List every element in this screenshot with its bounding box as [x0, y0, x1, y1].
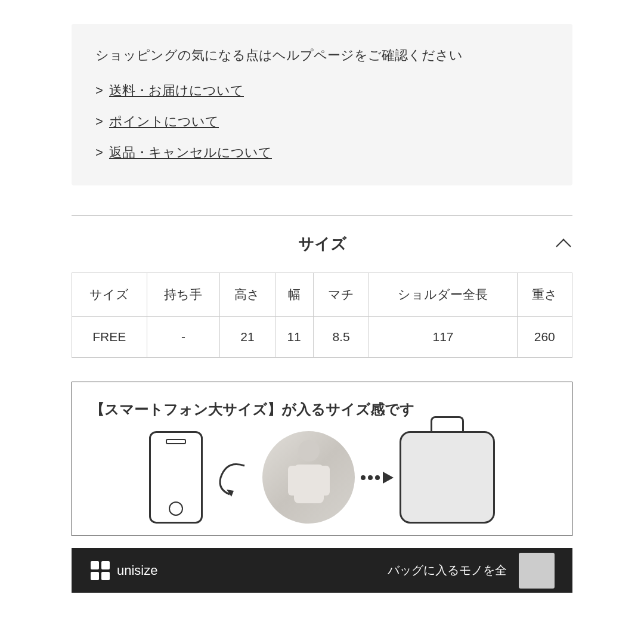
unisize-label: unisize [117, 563, 157, 578]
dot-1 [361, 475, 366, 480]
unisize-bar[interactable]: unisize バッグに入るモノを全 [72, 548, 572, 593]
phone-icon [149, 431, 203, 524]
infographic-content [90, 431, 554, 535]
col-size: サイズ [72, 273, 147, 317]
col-handle: 持ち手 [147, 273, 220, 317]
bag-icon-wrap [400, 431, 495, 524]
collapse-button[interactable] [555, 236, 572, 253]
help-links: > 送料・お届けについて > ポイントについて > 返品・キャンセルについて [95, 82, 549, 162]
table-header-row: サイズ 持ち手 高さ 幅 マチ ショルダー全長 重さ [72, 273, 572, 317]
svg-rect-8 [101, 572, 110, 580]
col-height: 高さ [220, 273, 275, 317]
svg-rect-4 [319, 466, 330, 496]
arrow-right-icon [383, 472, 394, 484]
svg-point-1 [298, 440, 320, 462]
help-link-shipping[interactable]: > 送料・お届けについて [95, 82, 549, 100]
col-weight: 重さ [517, 273, 572, 317]
dotted-arrow [361, 472, 394, 484]
svg-rect-5 [91, 561, 99, 569]
unisize-right: バッグに入るモノを全 [388, 553, 555, 589]
size-infographic: 【スマートフォン大サイズ】が入るサイズ感です [72, 382, 572, 536]
cell-weight: 260 [517, 317, 572, 358]
col-gusset: マチ [313, 273, 369, 317]
dot-2 [368, 475, 373, 480]
dots-line [361, 475, 380, 480]
link-prefix-2: > [95, 114, 103, 129]
col-shoulder: ショルダー全長 [369, 273, 517, 317]
table-row: FREE - 21 11 8.5 117 260 [72, 317, 572, 358]
size-header: サイズ [72, 216, 572, 273]
svg-rect-6 [101, 561, 110, 569]
unisize-icon [89, 560, 111, 581]
cell-gusset: 8.5 [313, 317, 369, 358]
returns-link[interactable]: 返品・キャンセルについて [109, 145, 272, 160]
help-section: ショッピングの気になる点はヘルプページをご確認ください > 送料・お届けについて… [72, 24, 572, 185]
cell-width: 11 [275, 317, 313, 358]
size-table: サイズ 持ち手 高さ 幅 マチ ショルダー全長 重さ FREE - 21 11 [72, 273, 572, 358]
unisize-logo-icon [89, 560, 111, 581]
infographic-title: 【スマートフォン大サイズ】が入るサイズ感です [90, 400, 554, 419]
size-section: サイズ サイズ 持ち手 高さ 幅 マチ ショルダー全長 重さ [72, 216, 572, 358]
cell-size: FREE [72, 317, 147, 358]
help-link-points[interactable]: > ポイントについて [95, 113, 549, 131]
unisize-description: バッグに入るモノを全 [388, 562, 507, 578]
help-intro: ショッピングの気になる点はヘルプページをご確認ください [95, 45, 549, 65]
model-photo [262, 431, 355, 524]
cell-handle: - [147, 317, 220, 358]
bag-icon [400, 431, 495, 524]
size-table-wrapper: サイズ 持ち手 高さ 幅 マチ ショルダー全長 重さ FREE - 21 11 [72, 273, 572, 358]
cell-shoulder: 117 [369, 317, 517, 358]
model-photo-inner [262, 431, 355, 524]
col-width: 幅 [275, 273, 313, 317]
dot-3 [375, 475, 380, 480]
link-prefix-3: > [95, 145, 103, 160]
curl-arrow-icon [209, 454, 256, 501]
model-silhouette [279, 436, 339, 519]
size-section-title: サイズ [89, 234, 555, 255]
phone-icon-wrap [149, 431, 203, 524]
svg-rect-3 [288, 466, 299, 496]
svg-rect-7 [91, 572, 99, 580]
unisize-logo: unisize [89, 560, 157, 581]
link-prefix-1: > [95, 83, 103, 98]
curl-arrow-wrap [209, 454, 256, 501]
points-link[interactable]: ポイントについて [109, 114, 219, 129]
help-link-returns[interactable]: > 返品・キャンセルについて [95, 144, 549, 162]
cell-height: 21 [220, 317, 275, 358]
unisize-thumbnail [519, 553, 555, 589]
page-wrapper: ショッピングの気になる点はヘルプページをご確認ください > 送料・お届けについて… [0, 24, 644, 593]
shipping-link[interactable]: 送料・お届けについて [109, 83, 244, 98]
